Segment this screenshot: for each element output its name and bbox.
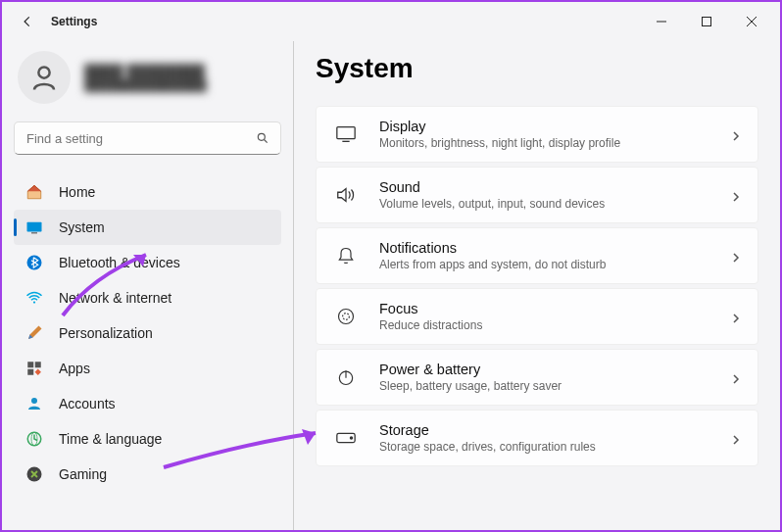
svg-point-16 [339, 310, 354, 324]
main-panel: System Display Monitors, brightness, nig… [294, 41, 780, 530]
setting-title: Storage [379, 422, 730, 438]
titlebar: Settings [2, 2, 780, 41]
apps-icon [25, 360, 43, 377]
home-icon [25, 183, 43, 201]
accounts-icon [25, 395, 43, 412]
svg-rect-7 [27, 362, 33, 367]
bell-icon [332, 244, 360, 267]
setting-title: Power & battery [379, 362, 730, 377]
chevron-right-icon [730, 128, 742, 140]
system-icon [25, 218, 43, 236]
svg-point-2 [258, 133, 265, 140]
sidebar: ████ ████████ ████████████████ Home Syst… [2, 41, 294, 530]
profile-email: ████████████████ [84, 79, 207, 91]
profile-card[interactable]: ████ ████████ ████████████████ [14, 45, 281, 121]
close-icon [747, 17, 757, 26]
nav-label: Apps [59, 361, 90, 376]
nav-item-network[interactable]: Network & internet [14, 280, 281, 315]
minimize-icon [657, 17, 666, 26]
setting-sound[interactable]: Sound Volume levels, output, input, soun… [316, 167, 758, 223]
window-title: Settings [51, 15, 97, 28]
setting-display[interactable]: Display Monitors, brightness, night ligh… [316, 106, 758, 163]
nav-label: Time & language [59, 431, 162, 447]
minimize-button[interactable] [639, 2, 684, 41]
search-input[interactable] [14, 121, 281, 155]
svg-point-11 [31, 398, 37, 404]
maximize-icon [702, 17, 711, 26]
setting-title: Display [379, 119, 730, 134]
profile-text: ████ ████████ ████████████████ [84, 64, 207, 91]
nav-item-time[interactable]: Time & language [14, 421, 281, 457]
nav-label: Accounts [59, 396, 116, 411]
maximize-button[interactable] [684, 2, 729, 41]
chevron-right-icon [730, 371, 742, 383]
chevron-right-icon [730, 189, 742, 201]
setting-desc: Reduce distractions [379, 318, 730, 332]
search-icon [256, 131, 269, 145]
settings-list: Display Monitors, brightness, night ligh… [316, 106, 758, 466]
power-icon [332, 365, 360, 389]
nav-label: Bluetooth & devices [59, 255, 180, 270]
chevron-right-icon [730, 311, 742, 322]
storage-icon [332, 426, 360, 450]
setting-desc: Volume levels, output, input, sound devi… [379, 197, 730, 211]
setting-storage[interactable]: Storage Storage space, drives, configura… [316, 410, 758, 466]
page-title: System [316, 53, 758, 84]
nav-label: Network & internet [59, 290, 171, 306]
setting-title: Notifications [379, 240, 730, 256]
profile-name: ████ ████████ [84, 64, 207, 79]
chevron-right-icon [730, 432, 742, 444]
bluetooth-icon [25, 254, 43, 271]
svg-point-17 [343, 314, 350, 320]
setting-desc: Storage space, drives, configuration rul… [379, 440, 730, 454]
svg-rect-4 [31, 232, 37, 233]
search-box[interactable] [14, 121, 281, 155]
clock-globe-icon [25, 430, 43, 448]
close-button[interactable] [729, 2, 774, 41]
arrow-left-icon [21, 15, 34, 28]
svg-point-6 [33, 301, 35, 303]
sound-icon [332, 183, 360, 207]
setting-title: Focus [379, 301, 730, 316]
chevron-right-icon [730, 250, 742, 262]
nav-item-gaming[interactable]: Gaming [14, 457, 281, 492]
nav-list: Home System Bluetooth & devices Network … [14, 174, 281, 492]
setting-focus[interactable]: Focus Reduce distractions [316, 288, 758, 345]
focus-icon [332, 305, 360, 328]
svg-point-1 [38, 67, 49, 77]
avatar [18, 51, 71, 104]
nav-label: Personalization [59, 325, 153, 341]
window-controls [639, 2, 774, 41]
nav-label: Gaming [59, 466, 107, 482]
nav-item-accounts[interactable]: Accounts [14, 386, 281, 421]
svg-rect-8 [35, 362, 41, 367]
setting-notifications[interactable]: Notifications Alerts from apps and syste… [316, 227, 758, 284]
nav-item-system[interactable]: System [14, 210, 281, 245]
svg-rect-3 [27, 222, 42, 232]
nav-label: System [59, 219, 105, 235]
wifi-icon [25, 289, 43, 307]
paintbrush-icon [25, 324, 43, 342]
svg-rect-10 [35, 369, 41, 375]
svg-point-20 [350, 437, 352, 439]
back-button[interactable] [8, 2, 47, 41]
setting-title: Sound [379, 179, 730, 195]
nav-item-personalization[interactable]: Personalization [14, 315, 281, 351]
setting-power[interactable]: Power & battery Sleep, battery usage, ba… [316, 349, 758, 406]
setting-desc: Sleep, battery usage, battery saver [379, 379, 730, 393]
svg-rect-0 [703, 18, 711, 26]
setting-desc: Alerts from apps and system, do not dist… [379, 258, 730, 271]
nav-item-apps[interactable]: Apps [14, 351, 281, 386]
setting-desc: Monitors, brightness, night light, displ… [379, 136, 730, 150]
nav-item-bluetooth[interactable]: Bluetooth & devices [14, 245, 281, 280]
svg-rect-9 [27, 369, 33, 375]
nav-item-home[interactable]: Home [14, 174, 281, 210]
svg-rect-15 [337, 127, 355, 139]
person-icon [29, 63, 59, 92]
display-icon [332, 122, 360, 146]
gaming-icon [25, 465, 43, 483]
nav-label: Home [59, 184, 95, 200]
